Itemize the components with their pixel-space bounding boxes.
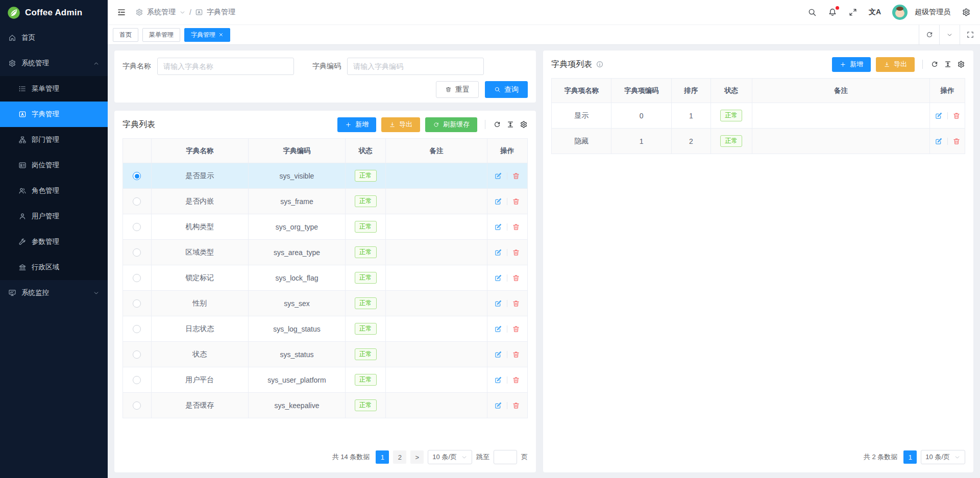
edit-icon[interactable] — [494, 376, 502, 384]
sidebar-item-param-mgmt[interactable]: 参数管理 — [0, 229, 108, 255]
avatar[interactable] — [892, 5, 908, 20]
sidebar-item-label: 首页 — [21, 33, 35, 42]
delete-icon[interactable] — [512, 197, 520, 206]
page-1-button[interactable]: 1 — [376, 450, 389, 464]
edit-icon[interactable] — [494, 299, 502, 308]
menu-fold-icon[interactable] — [117, 8, 126, 17]
sidebar-item-user-mgmt[interactable]: 用户管理 — [0, 204, 108, 229]
page-size-select[interactable]: 10 条/页 — [428, 450, 472, 464]
row-radio[interactable] — [133, 376, 141, 384]
refresh-cache-button[interactable]: 刷新缓存 — [425, 117, 477, 132]
jump-page-input[interactable] — [494, 450, 517, 464]
search-icon[interactable] — [807, 8, 817, 17]
sidebar-item-dict-mgmt[interactable]: 字典管理 — [0, 102, 108, 127]
row-radio[interactable] — [133, 248, 141, 257]
row-radio[interactable] — [133, 350, 141, 359]
translate-icon[interactable]: 文A — [869, 8, 881, 17]
item-sort-cell: 1 — [671, 103, 710, 129]
delete-icon[interactable] — [512, 376, 520, 384]
add-button[interactable]: 新增 — [337, 117, 376, 132]
reset-button[interactable]: 重置 — [436, 81, 479, 98]
edit-icon[interactable] — [494, 223, 502, 231]
query-label: 查询 — [504, 85, 519, 94]
org-tree-icon — [18, 136, 27, 144]
delete-icon[interactable] — [952, 112, 961, 120]
row-radio[interactable] — [133, 172, 141, 180]
dict-name-cell: 状态 — [151, 342, 248, 367]
sidebar-item-admin-region[interactable]: 行政区域 — [0, 255, 108, 280]
brand: Coffee Admin — [0, 0, 108, 25]
chevron-down-icon[interactable] — [939, 25, 960, 44]
row-radio[interactable] — [133, 401, 141, 410]
refresh-table-icon[interactable] — [930, 60, 939, 68]
total-count: 共 2 条数据 — [864, 452, 897, 462]
edit-icon[interactable] — [935, 137, 943, 145]
page-2-button[interactable]: 2 — [393, 450, 406, 464]
edit-icon[interactable] — [494, 197, 502, 206]
column-header: 字典项编码 — [611, 79, 671, 103]
sidebar-item-post-mgmt[interactable]: 岗位管理 — [0, 153, 108, 178]
column-header: 字典项名称 — [552, 79, 611, 103]
row-radio[interactable] — [133, 223, 141, 231]
row-radio[interactable] — [133, 299, 141, 308]
sidebar-item-system-monitor[interactable]: 系统监控 — [0, 280, 108, 306]
delete-icon[interactable] — [512, 223, 520, 231]
notification-bell-icon[interactable] — [828, 8, 837, 17]
export-item-button[interactable]: 导出 — [876, 57, 915, 72]
edit-icon[interactable] — [494, 350, 502, 359]
query-button[interactable]: 查询 — [485, 81, 528, 98]
sidebar-item-role-mgmt[interactable]: 角色管理 — [0, 178, 108, 204]
delete-icon[interactable] — [952, 137, 961, 145]
dict-code-input[interactable] — [347, 58, 484, 75]
row-radio[interactable] — [133, 274, 141, 282]
page-size-value: 10 条/页 — [432, 452, 457, 462]
column-settings-gear-icon[interactable] — [520, 120, 528, 129]
sidebar-item-label: 岗位管理 — [32, 161, 59, 170]
add-item-button[interactable]: 新增 — [832, 57, 871, 72]
sidebar-item-dept-mgmt[interactable]: 部门管理 — [0, 127, 108, 153]
edit-icon[interactable] — [935, 112, 943, 120]
row-radio[interactable] — [133, 325, 141, 333]
tab-menu-mgmt[interactable]: 菜单管理 — [142, 28, 180, 42]
edit-icon[interactable] — [494, 248, 502, 257]
settings-gear-icon[interactable] — [962, 8, 971, 17]
sidebar-item-menu-mgmt[interactable]: 菜单管理 — [0, 76, 108, 102]
delete-icon[interactable] — [512, 172, 520, 180]
sidebar-item-system-mgmt[interactable]: 系统管理 — [0, 51, 108, 76]
next-page-button[interactable]: > — [410, 450, 424, 464]
username[interactable]: 超级管理员 — [915, 8, 950, 17]
edit-icon[interactable] — [494, 401, 502, 410]
refresh-icon[interactable] — [919, 25, 939, 44]
status-badge: 正常 — [355, 221, 377, 233]
row-radio[interactable] — [133, 197, 141, 206]
edit-icon[interactable] — [494, 325, 502, 333]
page-size-select[interactable]: 10 条/页 — [921, 450, 965, 464]
column-header: 状态 — [346, 139, 386, 163]
edit-icon[interactable] — [494, 274, 502, 282]
close-icon[interactable] — [218, 32, 224, 37]
delete-icon[interactable] — [512, 299, 520, 308]
tab-dict-mgmt[interactable]: 字典管理 — [184, 28, 230, 42]
plus-icon — [840, 61, 846, 68]
delete-icon[interactable] — [512, 325, 520, 333]
breadcrumb-parent[interactable]: 系统管理 — [147, 8, 176, 17]
delete-icon[interactable] — [512, 401, 520, 410]
maximize-icon[interactable] — [960, 25, 980, 44]
tab-home[interactable]: 首页 — [113, 28, 138, 42]
page-1-button[interactable]: 1 — [903, 450, 917, 464]
density-icon[interactable] — [506, 120, 514, 129]
delete-icon[interactable] — [512, 350, 520, 359]
sidebar-item-home[interactable]: 首页 — [0, 25, 108, 51]
fullscreen-icon[interactable] — [848, 8, 857, 17]
edit-icon[interactable] — [494, 172, 502, 180]
delete-icon[interactable] — [512, 274, 520, 282]
dict-name-input[interactable] — [157, 58, 294, 75]
status-badge: 正常 — [355, 297, 377, 310]
density-icon[interactable] — [944, 60, 952, 68]
export-button[interactable]: 导出 — [381, 117, 420, 132]
sidebar-item-label: 系统监控 — [21, 288, 49, 297]
delete-icon[interactable] — [512, 248, 520, 257]
column-settings-gear-icon[interactable] — [957, 60, 965, 68]
dict-item-panel: 字典项列表 新增 导出 — [543, 51, 973, 472]
refresh-table-icon[interactable] — [493, 120, 501, 129]
